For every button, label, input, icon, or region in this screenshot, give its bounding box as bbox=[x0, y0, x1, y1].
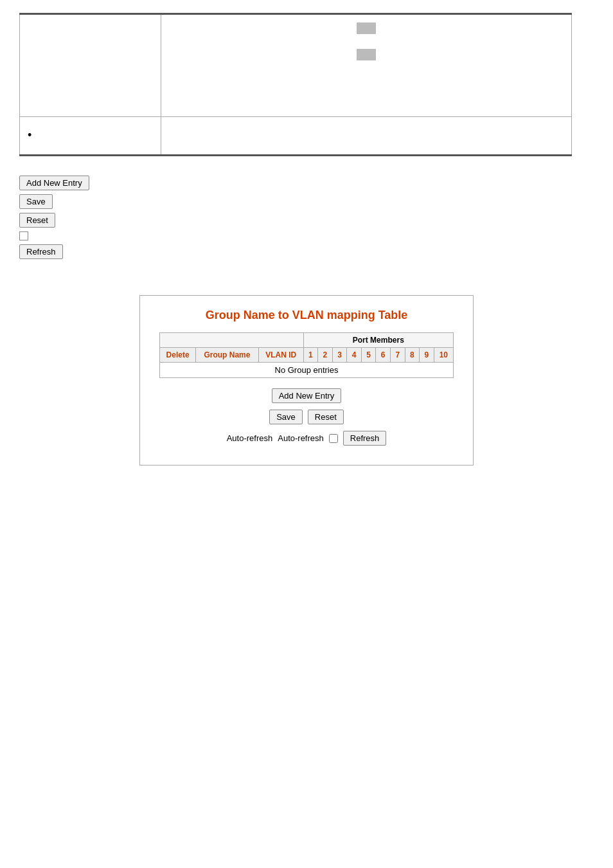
card-refresh-row: Auto-refresh Auto-refresh Refresh bbox=[227, 431, 387, 446]
card-save-button[interactable]: Save bbox=[269, 410, 303, 424]
col-port-10: 10 bbox=[434, 348, 453, 363]
auto-refresh-checkbox[interactable] bbox=[329, 434, 338, 443]
table-row bbox=[20, 14, 572, 117]
auto-refresh-label: Auto-refresh bbox=[227, 433, 273, 443]
card-reset-button[interactable]: Reset bbox=[308, 410, 344, 424]
col-port-3: 3 bbox=[332, 348, 347, 363]
top-table-left-cell-1 bbox=[20, 14, 161, 117]
table-row: • bbox=[20, 117, 572, 156]
card-add-new-entry-button[interactable]: Add New Entry bbox=[272, 388, 342, 403]
auto-refresh-row-top bbox=[19, 231, 594, 240]
main-section: Group Name to VLAN mapping Table Port Me… bbox=[0, 276, 613, 491]
table-row: Port Members bbox=[160, 333, 454, 348]
refresh-button-top[interactable]: Refresh bbox=[19, 244, 63, 259]
col-port-2: 2 bbox=[318, 348, 333, 363]
vlan-mapping-card: Group Name to VLAN mapping Table Port Me… bbox=[139, 295, 474, 466]
card-refresh-button[interactable]: Refresh bbox=[343, 431, 387, 446]
card-title: Group Name to VLAN mapping Table bbox=[159, 309, 454, 322]
col-port-7: 7 bbox=[390, 348, 405, 363]
top-table-section: • bbox=[0, 0, 613, 163]
col-group-name: Group Name bbox=[196, 348, 258, 363]
card-add-row: Add New Entry bbox=[272, 388, 342, 403]
card-save-reset-row: Save Reset bbox=[269, 410, 344, 424]
reset-row: Reset bbox=[19, 213, 594, 228]
auto-refresh-text: Auto-refresh bbox=[278, 433, 324, 443]
gray-box-1 bbox=[357, 23, 376, 34]
top-table-right-cell-1 bbox=[161, 14, 571, 117]
col-port-9: 9 bbox=[420, 348, 434, 363]
col-delete: Delete bbox=[160, 348, 196, 363]
top-table: • bbox=[19, 13, 572, 156]
button-section-top: Add New Entry Save Reset Refresh bbox=[0, 163, 613, 276]
col-port-1: 1 bbox=[303, 348, 318, 363]
bullet-icon: • bbox=[28, 129, 31, 142]
vlan-mapping-table: Port Members Delete Group Name VLAN ID 1… bbox=[159, 332, 454, 378]
save-button[interactable]: Save bbox=[19, 194, 53, 209]
col-port-8: 8 bbox=[405, 348, 420, 363]
top-table-right-cell-2 bbox=[161, 117, 571, 156]
refresh-row: Refresh bbox=[19, 244, 594, 259]
port-members-header: Port Members bbox=[303, 333, 453, 348]
col-vlan-id: VLAN ID bbox=[258, 348, 303, 363]
col-port-5: 5 bbox=[361, 348, 376, 363]
col-port-4: 4 bbox=[347, 348, 362, 363]
no-entries-cell: No Group entries bbox=[160, 363, 454, 378]
top-table-left-cell-2: • bbox=[20, 117, 161, 156]
col-port-6: 6 bbox=[376, 348, 391, 363]
card-buttons: Add New Entry Save Reset Auto-refresh Au… bbox=[159, 388, 454, 446]
gray-box-2 bbox=[357, 49, 376, 60]
add-new-entry-row: Add New Entry bbox=[19, 176, 594, 190]
empty-header bbox=[160, 333, 304, 348]
auto-refresh-checkbox-top[interactable] bbox=[19, 231, 28, 240]
add-new-entry-button[interactable]: Add New Entry bbox=[19, 176, 89, 190]
table-row: Delete Group Name VLAN ID 1 2 3 4 5 6 7 … bbox=[160, 348, 454, 363]
table-row-no-entries: No Group entries bbox=[160, 363, 454, 378]
reset-button[interactable]: Reset bbox=[19, 213, 55, 228]
save-row: Save bbox=[19, 194, 594, 209]
